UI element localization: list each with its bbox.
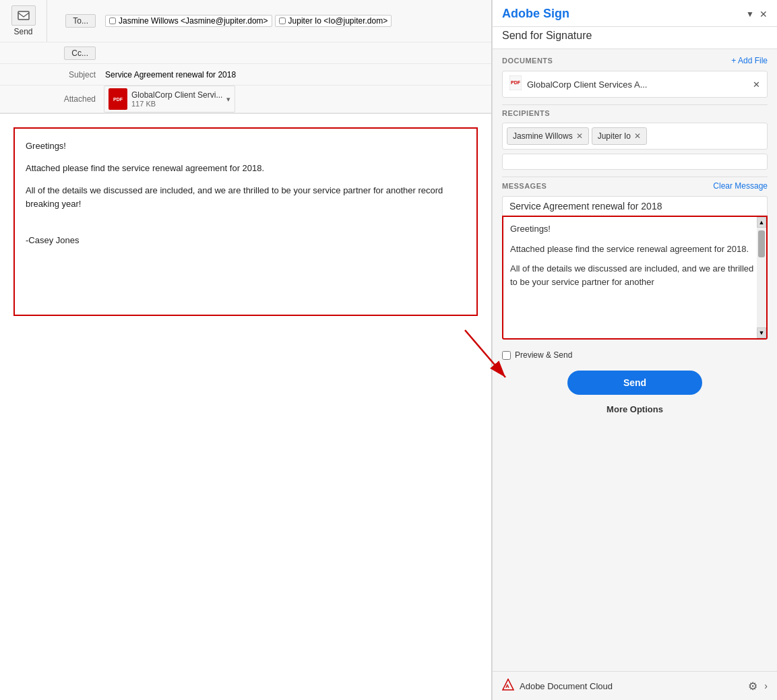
recipient-chip-jasmine[interactable]: Jasmine Willows <Jasmine@jupiter.dom> <box>105 15 272 27</box>
message-body-container: Greetings! Attached please find the serv… <box>502 216 768 340</box>
scroll-down-button[interactable]: ▼ <box>757 327 766 338</box>
panel-title: Adobe Sign <box>502 7 569 21</box>
footer-icons: ⚙ › <box>748 680 768 693</box>
email-to-row: Send To... Jasmine Willows <Jasmine@jupi… <box>0 0 491 42</box>
attachment-size: 117 KB <box>131 100 222 108</box>
footer-brand-name: Adobe Document Cloud <box>520 681 613 691</box>
to-field-container: Jasmine Willows <Jasmine@jupiter.dom> Ju… <box>101 13 491 29</box>
body-greeting: Greetings! <box>26 139 466 154</box>
clear-message-button[interactable]: Clear Message <box>713 181 768 191</box>
document-name: GlobalCorp Client Services A... <box>527 79 753 90</box>
recipient-tag-jasmine-name: Jasmine Willows <box>513 131 573 141</box>
svg-text:PDF: PDF <box>511 80 521 85</box>
send-button[interactable]: Send <box>567 371 702 395</box>
add-file-button[interactable]: + Add File <box>731 56 768 65</box>
email-panel: Send To... Jasmine Willows <Jasmine@jupi… <box>0 0 492 700</box>
message-line1: Attached please find the service renewal… <box>510 243 759 256</box>
document-item: PDF GlobalCorp Client Services A... ✕ <box>502 71 768 98</box>
recipients-section: RECIPIENTS Jasmine Willows ✕ Jupiter Io … <box>493 105 777 177</box>
panel-dropdown-icon[interactable]: ▼ <box>746 9 754 19</box>
attachment-info: GlobalCorp Client Servi... 117 KB <box>131 90 222 108</box>
messages-label: MESSAGES <box>502 182 547 190</box>
footer-close-icon[interactable]: › <box>764 680 768 691</box>
email-cc-row: Cc... <box>0 42 491 64</box>
attachment-dropdown-icon[interactable]: ▾ <box>226 95 230 104</box>
recipient-tags-container[interactable]: Jasmine Willows ✕ Jupiter Io ✕ <box>502 123 768 150</box>
email-body-content[interactable]: Greetings! Attached please find the serv… <box>13 127 478 316</box>
recipient-checkbox-jupiter[interactable] <box>279 18 286 24</box>
svg-rect-0 <box>18 11 29 20</box>
documents-label: DOCUMENTS <box>502 57 553 65</box>
message-body[interactable]: Greetings! Attached please find the serv… <box>503 217 766 338</box>
send-button-cell: Send <box>0 0 47 42</box>
scroll-up-button[interactable]: ▲ <box>757 217 766 228</box>
send-icon-button[interactable] <box>11 5 36 26</box>
attached-label: Attached <box>47 94 101 104</box>
recipient-checkbox-jasmine[interactable] <box>109 18 116 24</box>
documents-section-header: DOCUMENTS + Add File <box>502 56 768 65</box>
body-signature: -Casey Jones <box>26 234 466 248</box>
scroll-thumb[interactable] <box>758 230 765 257</box>
subject-input[interactable] <box>101 67 491 82</box>
messages-section-header: MESSAGES Clear Message <box>502 181 768 191</box>
recipient-tag-jasmine-close[interactable]: ✕ <box>576 131 583 141</box>
message-line2: All of the details we discussed are incl… <box>510 262 759 288</box>
cc-btn-cell: Cc... <box>47 46 101 60</box>
subject-label: Subject <box>47 70 101 79</box>
pdf-icon <box>108 88 127 110</box>
email-attachment-row: Attached GlobalCorp Client Servi... 117 … <box>0 86 491 113</box>
to-button[interactable]: To... <box>65 14 96 28</box>
recipient-input[interactable] <box>502 154 768 170</box>
email-body-wrapper: Greetings! Attached please find the serv… <box>0 114 491 329</box>
recipient-input-row <box>502 154 768 170</box>
attachment-name: GlobalCorp Client Servi... <box>131 90 222 100</box>
recipient-tag-jupiter-name: Jupiter Io <box>598 131 631 141</box>
svg-text:A: A <box>505 683 509 689</box>
preview-label: Preview & Send <box>515 350 572 360</box>
panel-footer: A Adobe Document Cloud ⚙ › <box>493 671 777 700</box>
panel-close-icon[interactable]: ✕ <box>759 9 768 20</box>
preview-row: Preview & Send <box>493 346 777 364</box>
recipient-name-jupiter: Jupiter Io <Io@jupiter.dom> <box>288 16 388 26</box>
document-close-icon[interactable]: ✕ <box>753 79 760 90</box>
recipient-name-jasmine: Jasmine Willows <Jasmine@jupiter.dom> <box>119 16 268 26</box>
footer-brand: A Adobe Document Cloud <box>502 678 613 693</box>
footer-adobe-icon: A <box>502 678 514 693</box>
message-greeting: Greetings! <box>510 222 759 236</box>
adobe-sign-panel: Adobe Sign ▼ ✕ Send for Signature DOCUME… <box>492 0 777 700</box>
more-options-button[interactable]: More Options <box>607 404 663 414</box>
email-subject-row: Subject document.querySelector('[data-na… <box>0 64 491 86</box>
body-line1: Attached please find the service renewal… <box>26 162 466 176</box>
recipient-tag-jupiter[interactable]: Jupiter Io ✕ <box>592 127 647 145</box>
documents-section: DOCUMENTS + Add File PDF GlobalCorp Clie… <box>493 49 777 104</box>
panel-header-actions: ▼ ✕ <box>746 9 768 20</box>
email-body: Greetings! Attached please find the serv… <box>0 114 491 329</box>
recipient-chip-jupiter[interactable]: Jupiter Io <Io@jupiter.dom> <box>275 15 392 27</box>
panel-header: Adobe Sign ▼ ✕ <box>493 0 777 27</box>
recipients-label: RECIPIENTS <box>502 109 550 117</box>
scrollbar-track: ▲ ▼ <box>757 217 766 338</box>
preview-checkbox[interactable] <box>502 351 511 360</box>
to-btn-cell: To... <box>47 14 101 28</box>
recipients-section-header: RECIPIENTS <box>502 109 768 117</box>
panel-subtitle: Send for Signature <box>493 27 777 49</box>
recipient-tag-jasmine[interactable]: Jasmine Willows ✕ <box>507 127 589 145</box>
send-label: Send <box>13 27 32 36</box>
cc-button[interactable]: Cc... <box>64 46 96 60</box>
cc-input[interactable] <box>101 46 491 61</box>
messages-section: MESSAGES Clear Message Service Agreement… <box>493 177 777 346</box>
email-header: Send To... Jasmine Willows <Jasmine@jupi… <box>0 0 491 114</box>
body-line2: All of the details we discussed are incl… <box>26 184 466 212</box>
settings-gear-icon[interactable]: ⚙ <box>748 680 757 693</box>
message-subject: Service Agreement renewal for 2018 <box>502 196 768 216</box>
doc-pdf-icon: PDF <box>509 75 522 93</box>
recipient-tag-jupiter-close[interactable]: ✕ <box>634 131 641 141</box>
attachment-item[interactable]: GlobalCorp Client Servi... 117 KB ▾ <box>104 86 235 113</box>
